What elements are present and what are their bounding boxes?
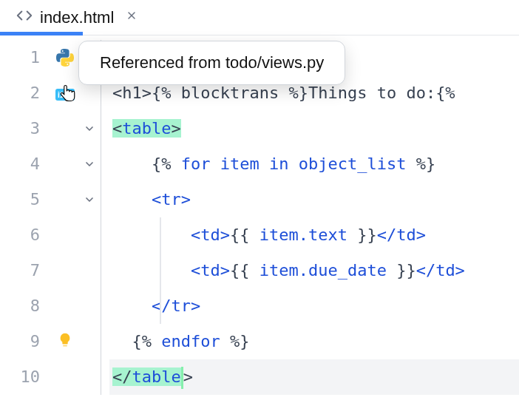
lightbulb-icon (57, 332, 73, 352)
line-number: 8 (0, 288, 52, 324)
indent-border (101, 40, 109, 395)
intention-bulb[interactable] (52, 324, 78, 359)
line-number: 9 (0, 324, 52, 359)
tab-filename: index.html (40, 8, 114, 27)
code-line[interactable]: {% endfor %} (109, 324, 519, 359)
pointer-cursor-icon (58, 83, 78, 104)
code-line[interactable]: <tr> (109, 182, 519, 217)
reference-tooltip: Referenced from todo/views.py (78, 41, 345, 85)
fold-gutter (78, 40, 101, 395)
line-number: 10 (0, 359, 52, 395)
line-number: 3 (0, 111, 52, 146)
tooltip-text: Referenced from todo/views.py (100, 53, 324, 72)
code-line[interactable]: {% for item in object_list %} (109, 146, 519, 182)
fold-chevron[interactable] (78, 111, 101, 146)
indent-guide (160, 217, 161, 324)
line-number-gutter: 1 2 3 4 5 6 7 8 9 10 (0, 40, 52, 395)
code-line[interactable]: </table> (109, 359, 519, 395)
fold-chevron[interactable] (78, 182, 101, 217)
fold-chevron[interactable] (78, 146, 101, 182)
code-line[interactable]: </tr> (109, 288, 519, 324)
line-number: 6 (0, 217, 52, 253)
code-line[interactable]: <td>{{ item.due_date }}</td> (109, 253, 519, 288)
code-line[interactable]: <table> (109, 111, 519, 146)
python-reference-icon[interactable] (52, 40, 78, 75)
line-number: 7 (0, 253, 52, 288)
code-tag-icon (16, 7, 33, 28)
code-line[interactable]: <td>{{ item.text }}</td> (109, 217, 519, 253)
file-tab[interactable]: index.html (12, 0, 145, 35)
python-icon (56, 49, 74, 67)
close-icon[interactable] (126, 10, 138, 25)
code-area[interactable]: <h1>{% blocktrans %}Things to do:{% <tab… (109, 40, 519, 395)
line-number: 2 (0, 75, 52, 111)
tab-bar: index.html (0, 0, 519, 35)
line-number: 5 (0, 182, 52, 217)
line-number: 1 (0, 40, 52, 75)
line-number: 4 (0, 146, 52, 182)
